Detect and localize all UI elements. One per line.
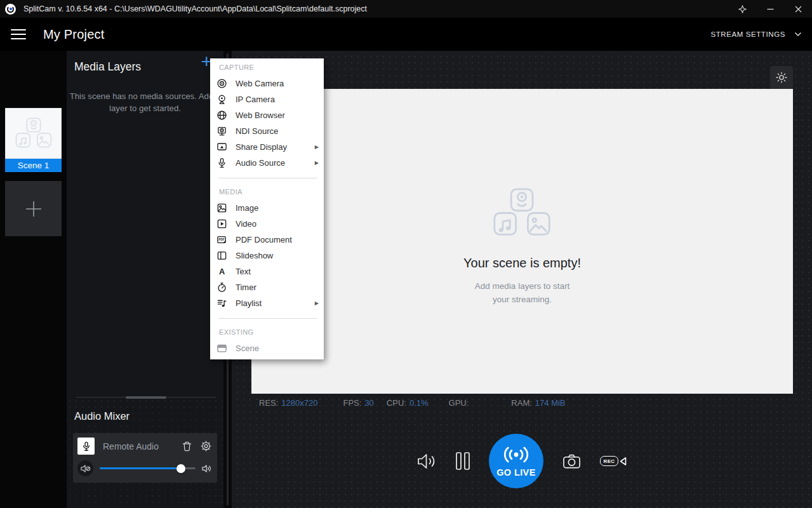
broadcast-icon [502, 444, 531, 465]
ip-camera-icon [216, 94, 227, 105]
go-live-label: GO LIVE [496, 467, 536, 478]
scene-1-preview [5, 108, 62, 159]
media-trio-icon [15, 117, 53, 149]
empty-scene-subtitle: Add media layers to start your streaming… [463, 279, 581, 306]
video-icon [216, 218, 227, 230]
close-icon [795, 6, 802, 13]
delete-audio-source-button[interactable] [182, 441, 192, 451]
svg-text:PDF: PDF [218, 238, 224, 241]
stream-settings-button[interactable]: STREAM SETTINGS [710, 30, 802, 38]
menu-item-image[interactable]: Image [210, 200, 324, 216]
menu-divider [219, 178, 317, 178]
stream-settings-label: STREAM SETTINGS [710, 30, 785, 38]
ram-label: RAM: [511, 398, 532, 408]
menu-item-scene[interactable]: Scene [210, 340, 324, 356]
close-button[interactable] [784, 0, 812, 18]
web-browser-icon [216, 110, 227, 121]
window-title: SplitCam v. 10.6.54 x64 - C:\Users\WDAGU… [23, 4, 367, 13]
menu-item-web-camera[interactable]: Web Camera [210, 76, 324, 91]
svg-text:A: A [218, 267, 224, 276]
audio-mixer-title: Audio Mixer [74, 410, 130, 422]
menu-item-audio-source[interactable]: Audio Source ▶ [210, 155, 324, 171]
menu-item-timer[interactable]: Timer [210, 279, 324, 295]
main-menu-button[interactable] [11, 27, 26, 43]
media-trio-icon [492, 188, 552, 238]
empty-scene-state: Your scene is empty! Add media layers to… [463, 188, 581, 306]
share-display-icon [216, 142, 227, 153]
volume-knob[interactable] [176, 464, 185, 473]
scene-1-label: Scene 1 [5, 159, 62, 172]
add-media-menu: CAPTURE Web Camera IP Camera Web Browser… [210, 58, 324, 359]
ndi-source-icon [216, 126, 227, 137]
gear-icon [201, 441, 211, 451]
splitcam-window: SplitCam v. 10.6.54 x64 - C:\Users\WDAGU… [0, 0, 812, 508]
submenu-arrow-icon: ▶ [315, 160, 319, 166]
media-layers-title: Media Layers [74, 60, 141, 74]
microphone-icon [82, 441, 91, 451]
bottom-controls: GO LIVE REC [232, 434, 812, 488]
gpu-label: GPU: [449, 398, 469, 408]
menu-section-capture: CAPTURE [210, 61, 324, 74]
menu-item-slideshow[interactable]: Slideshow [210, 248, 324, 264]
master-volume-button[interactable] [417, 453, 437, 470]
volume-fill [100, 467, 181, 469]
scene-preview-canvas[interactable]: Your scene is empty! Add media layers to… [251, 89, 793, 394]
menu-item-ip-camera[interactable]: IP Camera [210, 91, 324, 107]
playlist-icon [216, 298, 227, 309]
cpu-label: CPU: [387, 398, 406, 408]
volume-max-icon [202, 464, 211, 473]
snapshot-button[interactable] [562, 453, 581, 469]
res-label: RES: [259, 398, 278, 408]
empty-scene-title: Your scene is empty! [463, 256, 581, 271]
add-scene-button[interactable] [5, 181, 62, 236]
status-bar: RES:1280x720 FPS:30 CPU:0.1% GPU: RAM:17… [251, 394, 793, 411]
fps-value: 30 [364, 398, 373, 408]
menu-section-media: MEDIA [210, 185, 324, 198]
menu-item-ndi-source[interactable]: NDI Source [210, 123, 324, 139]
pin-icon [738, 5, 747, 13]
go-live-button[interactable]: GO LIVE [489, 434, 543, 488]
audio-source-name: Remote Audio [103, 441, 182, 451]
menu-item-web-browser[interactable]: Web Browser [210, 107, 324, 123]
fps-label: FPS: [343, 398, 361, 408]
menu-item-text[interactable]: A Text [210, 264, 324, 279]
title-bar: SplitCam v. 10.6.54 x64 - C:\Users\WDAGU… [0, 0, 812, 18]
audio-source-type-badge [77, 438, 95, 455]
menu-divider [219, 318, 317, 319]
pause-icon [456, 452, 470, 470]
res-value: 1280x720 [281, 398, 317, 408]
minimize-button[interactable] [756, 0, 784, 18]
web-camera-icon [216, 78, 227, 90]
chevron-down-icon [794, 32, 802, 37]
record-button[interactable]: REC [600, 456, 627, 467]
plus-icon [22, 197, 45, 220]
minimize-icon [767, 6, 774, 13]
scene-icon [216, 343, 227, 354]
project-title: My Project [43, 27, 104, 42]
brightness-sun-icon [776, 72, 787, 83]
camera-icon [562, 453, 581, 469]
app-header: My Project STREAM SETTINGS [0, 18, 812, 51]
text-icon: A [216, 266, 227, 277]
mute-button[interactable] [77, 460, 93, 476]
pause-button[interactable] [456, 452, 470, 470]
volume-slider[interactable] [100, 464, 196, 473]
record-camera-icon [620, 456, 627, 467]
audio-mixer-section: Audio Mixer Remote Audio [67, 398, 223, 508]
scene-1-thumbnail[interactable]: Scene 1 [5, 108, 62, 172]
ram-value: 174 MiB [535, 398, 566, 408]
audio-source-icon [216, 157, 227, 169]
menu-item-share-display[interactable]: Share Display ▶ [210, 139, 324, 155]
menu-item-video[interactable]: Video [210, 216, 324, 232]
timer-icon [216, 282, 227, 293]
menu-item-playlist[interactable]: Playlist ▶ [210, 295, 324, 311]
speaker-muted-icon [81, 464, 91, 473]
speaker-icon [417, 453, 437, 470]
menu-item-pdf-document[interactable]: PDF PDF Document [210, 232, 324, 248]
pin-on-top-button[interactable] [728, 0, 756, 18]
media-layers-panel: Media Layers + This scene has no media s… [67, 51, 223, 508]
splitcam-logo-icon [5, 4, 16, 15]
brightness-button[interactable] [770, 66, 793, 89]
audio-source-settings-button[interactable] [201, 441, 211, 451]
image-icon [216, 203, 227, 214]
